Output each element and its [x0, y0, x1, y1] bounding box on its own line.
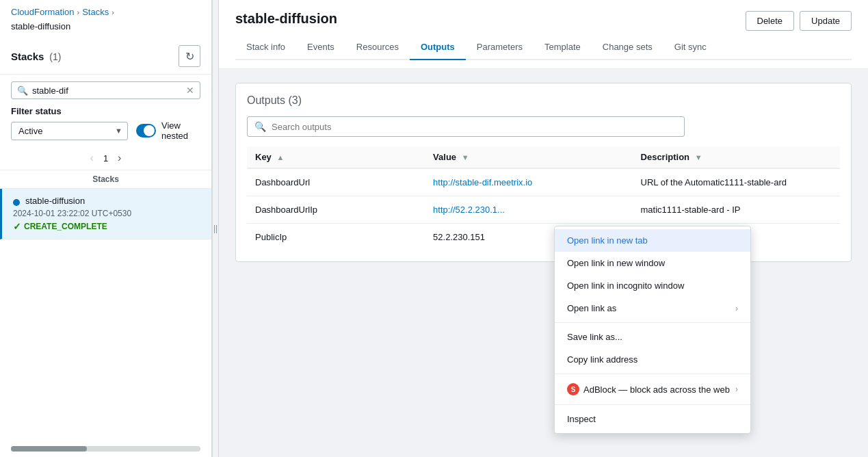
update-button[interactable]: Update: [800, 11, 852, 31]
scrollbar-thumb[interactable]: [11, 446, 87, 452]
outputs-container: Outputs (3) 🔍 Key ▲: [235, 83, 852, 262]
tab-parameters[interactable]: Parameters: [466, 35, 534, 60]
row-desc-dashboardurl: URL of the Automatic1111-stable-ard: [633, 168, 840, 196]
filter-status-select[interactable]: Active All CREATE_COMPLETE DELETE_FAILED: [11, 122, 128, 140]
context-menu-item-save-link-as[interactable]: Save link as...: [555, 326, 750, 348]
filter-section: Filter status Active All CREATE_COMPLETE…: [0, 106, 211, 146]
sort-desc-icon[interactable]: ▼: [695, 153, 702, 161]
context-menu: Open link in new tab Open link in new wi…: [554, 226, 751, 434]
context-menu-item-open-new-window[interactable]: Open link in new window: [555, 252, 750, 274]
search-area: 🔍 ✕: [0, 75, 211, 106]
sort-value-icon[interactable]: ▼: [462, 153, 469, 161]
outputs-search-icon: 🔍: [254, 121, 266, 132]
tabs-bar: Stack info Events Resources Outputs Para…: [235, 35, 852, 60]
context-menu-item-inspect[interactable]: Inspect: [555, 408, 750, 430]
refresh-button[interactable]: ↻: [179, 45, 200, 67]
row-key-dashboardurl: DashboardUrl: [247, 168, 425, 196]
search-input[interactable]: [32, 86, 182, 96]
filter-label: Filter status: [11, 106, 200, 116]
col-header-value: Value ▼: [425, 146, 632, 168]
sidebar-scroll-area: [0, 443, 211, 457]
view-nested-toggle[interactable]: [136, 124, 156, 138]
delete-button[interactable]: Delete: [746, 11, 795, 31]
filter-row: Active All CREATE_COMPLETE DELETE_FAILED…: [11, 120, 200, 141]
status-text: CREATE_COMPLETE: [24, 222, 107, 231]
prev-page-button[interactable]: ‹: [86, 151, 98, 166]
stack-date-text: 2024-10-01 23:22:02 UTC+0530: [13, 209, 131, 218]
open-link-as-arrow-icon: ›: [735, 304, 738, 313]
main-content: stable-diffusion Delete Update Stack inf…: [219, 0, 868, 457]
next-page-button[interactable]: ›: [114, 151, 125, 166]
sort-key-icon[interactable]: ▲: [276, 153, 284, 161]
row-value-dashboardurl: http://stable-dif.meetrix.io: [425, 168, 632, 196]
tab-change-sets[interactable]: Change sets: [592, 35, 663, 60]
page-number: 1: [103, 153, 108, 164]
view-nested-label: View nested: [161, 120, 200, 141]
outputs-table: Key ▲ Value ▼ Description ▼: [247, 146, 840, 250]
stacks-list-header: Stacks: [0, 170, 211, 189]
sidebar-collapse-handle[interactable]: ||: [212, 0, 219, 457]
view-nested-wrapper: View nested: [136, 120, 200, 141]
stack-item-name: stable-diffusion: [25, 196, 85, 206]
sidebar: CloudFormation › Stacks › stable-diffusi…: [0, 0, 212, 457]
adblock-arrow-icon: ›: [735, 384, 738, 394]
row-key-dashboardurlip: DashboardUrlIp: [247, 196, 425, 224]
col-header-description: Description ▼: [633, 146, 840, 168]
stack-item-status: ✓ CREATE_COMPLETE: [13, 221, 200, 232]
context-menu-divider-3: [555, 404, 750, 405]
row-desc-dashboardurlip: matic1111-stable-ard - IP: [633, 196, 840, 224]
main-header: stable-diffusion Delete Update Stack inf…: [219, 0, 868, 69]
tab-events[interactable]: Events: [296, 35, 345, 60]
sidebar-title: Stacks (1): [11, 51, 61, 62]
stack-item[interactable]: stable-diffusion 2024-10-01 23:22:02 UTC…: [0, 189, 211, 239]
table-row: DashboardUrlIp http://52.2.230.1... mati…: [247, 196, 840, 224]
table-row: PublicIp 52.2.230.151 Automatic1111-stab…: [247, 224, 840, 251]
context-menu-item-open-new-tab[interactable]: Open link in new tab: [555, 229, 750, 252]
col-header-key: Key ▲: [247, 146, 425, 168]
tab-resources[interactable]: Resources: [345, 35, 410, 60]
table-header-row: Key ▲ Value ▼ Description ▼: [247, 146, 840, 168]
tab-outputs[interactable]: Outputs: [410, 35, 466, 60]
outputs-search-input[interactable]: [272, 122, 677, 132]
search-box-wrapper: 🔍 ✕: [11, 81, 200, 99]
tab-template[interactable]: Template: [534, 35, 592, 60]
sidebar-header: Stacks (1) ↻: [0, 38, 211, 75]
breadcrumb-sep-2: ›: [111, 8, 114, 16]
main-body: Outputs (3) 🔍 Key ▲: [219, 69, 868, 457]
tab-stack-info[interactable]: Stack info: [235, 35, 296, 60]
outputs-search-wrapper: 🔍: [247, 116, 685, 137]
dashboardurlip-link[interactable]: http://52.2.230.1...: [433, 205, 505, 215]
sidebar-stack-title: stable-diffusion: [0, 21, 211, 38]
stack-item-date: 2024-10-01 23:22:02 UTC+0530: [13, 209, 200, 218]
search-icon: 🔍: [17, 86, 28, 96]
collapse-icon: ||: [213, 224, 218, 233]
tab-git-sync[interactable]: Git sync: [663, 35, 718, 60]
breadcrumb-sep-1: ›: [77, 8, 80, 16]
stack-selected-dot: [13, 199, 20, 206]
toggle-knob: [144, 125, 155, 136]
filter-select-wrapper: Active All CREATE_COMPLETE DELETE_FAILED…: [11, 122, 128, 140]
adblock-icon: S: [567, 383, 579, 395]
search-clear-button[interactable]: ✕: [186, 85, 194, 96]
stacks-link[interactable]: Stacks: [82, 7, 109, 17]
context-menu-item-open-incognito[interactable]: Open link in incognito window: [555, 274, 750, 297]
table-row: DashboardUrl http://stable-dif.meetrix.i…: [247, 168, 840, 196]
status-check-icon: ✓: [13, 221, 21, 232]
context-menu-divider-1: [555, 322, 750, 323]
main-actions: Delete Update: [746, 11, 852, 31]
cloudformation-link[interactable]: CloudFormation: [11, 7, 75, 17]
row-key-publicip: PublicIp: [247, 224, 425, 251]
context-menu-item-adblock[interactable]: S AdBlock — block ads across the web ›: [555, 377, 750, 402]
page-title: stable-diffusion: [235, 11, 337, 27]
context-menu-divider-2: [555, 374, 750, 374]
scrollbar-track[interactable]: [11, 446, 200, 452]
row-value-dashboardurlip: http://52.2.230.1...: [425, 196, 632, 224]
context-menu-item-open-link-as[interactable]: Open link as ›: [555, 297, 750, 319]
outputs-title: Outputs (3): [247, 94, 840, 107]
context-menu-item-copy-link[interactable]: Copy link address: [555, 348, 750, 371]
breadcrumb: CloudFormation › Stacks ›: [0, 0, 211, 21]
dashboardurl-link[interactable]: http://stable-dif.meetrix.io: [433, 177, 532, 187]
pagination: ‹ 1 ›: [0, 146, 211, 170]
